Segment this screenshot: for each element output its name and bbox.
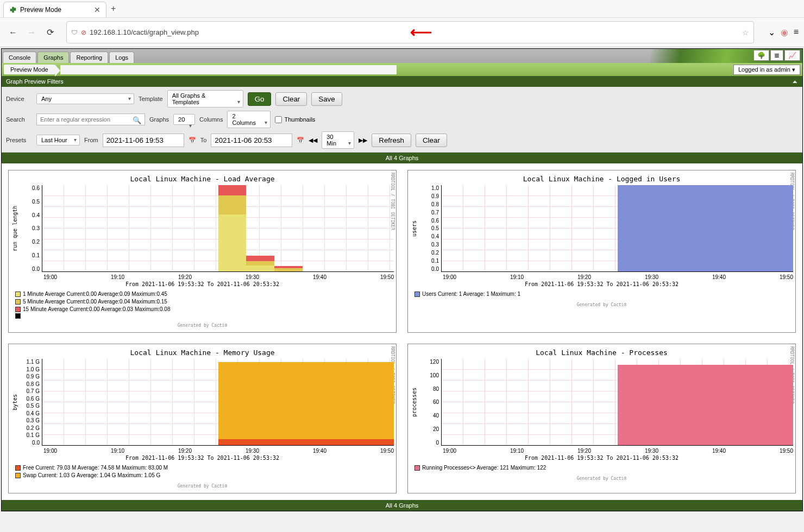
interval-select[interactable]: 30 Min	[322, 131, 354, 149]
plot-area	[441, 185, 793, 272]
new-tab-button[interactable]: +	[111, 4, 116, 14]
browser-tab-title: Preview Mode	[20, 6, 91, 14]
clear-button[interactable]: Clear	[275, 92, 307, 106]
section-bar-bottom: All 4 Graphs	[2, 500, 802, 511]
tree-view-icon[interactable]: 🌳	[753, 50, 769, 61]
search-input-wrap: 🔍	[36, 113, 145, 125]
columns-select[interactable]: 2 Columns	[227, 111, 271, 128]
device-label: Device	[6, 96, 32, 102]
from-label: From	[84, 137, 98, 143]
forward-button[interactable]: →	[24, 25, 39, 40]
svg-rect-0	[12, 7, 14, 13]
to-calendar-icon[interactable]: 📅	[297, 137, 304, 144]
tab-close-icon[interactable]: ✕	[94, 5, 100, 14]
presets-select[interactable]: Last Hour	[36, 135, 80, 145]
insecure-icon: ⊘	[81, 29, 86, 36]
profile-icon[interactable]: ◉	[781, 27, 788, 37]
filter-title: Graph Preview Filters	[6, 78, 64, 85]
plot-area	[42, 185, 394, 272]
graph-title: Local Linux Machine - Load Average	[11, 173, 394, 185]
back-button[interactable]: ←	[5, 25, 21, 40]
columns-label: Columns	[199, 116, 223, 123]
refresh-button[interactable]: Refresh	[372, 134, 411, 147]
tab-logs[interactable]: Logs	[109, 52, 134, 63]
device-select[interactable]: Any	[36, 93, 134, 104]
graph-processes[interactable]: RRDTOOL / TOBI OETIKER Local Linux Machi…	[407, 344, 796, 493]
shift-right-icon[interactable]: ▶▶	[359, 137, 367, 144]
graph-memory-usage[interactable]: RRDTOOL / TOBI OETIKER Local Linux Machi…	[8, 344, 397, 493]
graph-title: Local Linux Machine - Memory Usage	[11, 346, 394, 359]
browser-tab[interactable]: Preview Mode ✕	[3, 2, 106, 17]
breadcrumb[interactable]: Preview Mode	[4, 65, 55, 74]
go-button[interactable]: Go	[248, 92, 272, 106]
graph-title: Local Linux Machine - Processes	[410, 346, 793, 359]
login-status[interactable]: Logged in as admin ▾	[733, 65, 800, 75]
svg-rect-2	[14, 8, 16, 11]
y-axis: 0.60.50.40.30.20.10.0	[19, 185, 42, 272]
url-text: 192.168.1.10/cacti/graph_view.php	[90, 28, 399, 36]
from-calendar-icon[interactable]: 📅	[189, 137, 196, 144]
plot-area	[42, 359, 394, 446]
chevron-down-icon: ▾	[792, 66, 795, 73]
plot-area	[441, 359, 793, 446]
graph-logged-in-users[interactable]: RRDTOOL / TOBI OETIKER Local Linux Machi…	[407, 170, 796, 333]
thumbnails-checkbox[interactable]	[275, 116, 282, 123]
pocket-icon[interactable]: ⌄	[768, 27, 775, 37]
collapse-filter-icon[interactable]: ⏶	[792, 78, 798, 85]
graph-title: Local Linux Machine - Logged in Users	[410, 173, 793, 185]
annotation-arrow-icon: ⟵	[410, 23, 432, 41]
graphs-count-select[interactable]: 20	[173, 114, 195, 125]
reload-button[interactable]: ⟳	[42, 25, 58, 40]
clear-time-button[interactable]: Clear	[416, 134, 447, 147]
search-input[interactable]	[40, 116, 133, 123]
thumbnails-label: Thumbnails	[284, 116, 315, 123]
address-bar[interactable]: 🛡 ⊘ 192.168.1.10/cacti/graph_view.php ⟵ …	[66, 21, 754, 43]
search-label: Search	[6, 116, 32, 123]
shift-left-icon[interactable]: ◀◀	[309, 137, 317, 144]
template-select[interactable]: All Graphs & Templates	[167, 90, 243, 107]
list-view-icon[interactable]: ≣	[770, 50, 783, 61]
to-label: To	[200, 137, 207, 143]
bookmark-star-icon[interactable]: ☆	[742, 28, 749, 37]
cacti-favicon-icon	[9, 6, 17, 14]
tab-graphs[interactable]: Graphs	[37, 52, 69, 63]
tab-console[interactable]: Console	[3, 52, 36, 63]
preview-view-icon[interactable]: 📈	[784, 50, 800, 61]
section-bar-top: All 4 Graphs	[2, 153, 802, 163]
from-input[interactable]	[103, 134, 184, 147]
graph-load-average[interactable]: RRDTOOL / TOBI OETIKER Local Linux Machi…	[8, 170, 397, 333]
svg-rect-1	[10, 9, 12, 11]
graphs-label: Graphs	[149, 116, 169, 123]
shield-icon: 🛡	[71, 29, 78, 36]
search-icon[interactable]: 🔍	[133, 116, 141, 124]
to-input[interactable]	[211, 134, 292, 147]
save-button[interactable]: Save	[311, 92, 342, 106]
tab-reporting[interactable]: Reporting	[70, 52, 108, 63]
template-label: Template	[139, 96, 163, 102]
hamburger-menu-icon[interactable]: ≡	[794, 27, 799, 37]
presets-label: Presets	[6, 137, 32, 143]
